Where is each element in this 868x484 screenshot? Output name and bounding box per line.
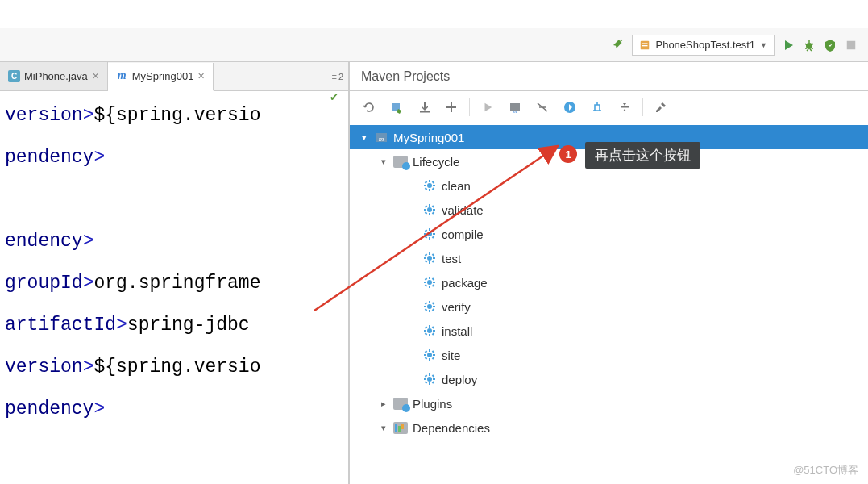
tab-label: MySpring001: [132, 70, 194, 82]
svg-rect-50: [424, 282, 426, 283]
tabs-overflow[interactable]: ≡ 2: [331, 72, 348, 81]
lifecycle-goal[interactable]: test: [350, 246, 868, 270]
code-line[interactable]: pendency>: [0, 136, 348, 178]
svg-rect-69: [433, 330, 435, 332]
debug-icon[interactable]: [802, 38, 816, 52]
svg-point-29: [427, 232, 432, 236]
lifecycle-goal[interactable]: verify: [350, 294, 868, 319]
gear-icon: [422, 178, 437, 193]
close-icon[interactable]: ✕: [92, 71, 99, 81]
lifecycle-goal[interactable]: deploy: [350, 367, 868, 391]
lifecycle-goal[interactable]: clean: [350, 173, 868, 198]
svg-rect-1: [642, 43, 648, 44]
gear-icon: [422, 202, 437, 217]
settings-icon[interactable]: [648, 94, 674, 120]
svg-rect-32: [424, 233, 426, 235]
svg-rect-58: [429, 310, 430, 312]
folder-icon: [393, 154, 408, 169]
tab-myspring001[interactable]: m MySpring001 ✕: [108, 63, 214, 91]
tab-count: 2: [338, 72, 343, 81]
svg-rect-80: [432, 350, 435, 353]
svg-rect-75: [429, 349, 430, 352]
svg-point-56: [427, 304, 432, 309]
svg-rect-35: [432, 229, 435, 232]
expand-icon[interactable]: ▾: [379, 156, 388, 167]
execute-maven-goal-icon[interactable]: m: [502, 94, 528, 120]
svg-rect-41: [424, 257, 426, 259]
svg-rect-54: [425, 284, 428, 287]
svg-rect-43: [425, 253, 428, 257]
add-icon[interactable]: [438, 94, 464, 120]
test-config-icon: [639, 40, 650, 51]
refresh-icon[interactable]: [356, 94, 382, 120]
code-line[interactable]: [0, 178, 348, 220]
svg-point-11: [427, 183, 432, 188]
code-line[interactable]: pendency>: [0, 388, 348, 430]
tab-miphone[interactable]: C MiPhone.java ✕: [0, 62, 108, 90]
gear-icon: [422, 251, 437, 265]
lifecycle-goal[interactable]: compile: [350, 222, 868, 246]
expand-icon[interactable]: ▾: [379, 423, 388, 433]
svg-rect-44: [432, 253, 435, 257]
goal-label: test: [442, 252, 461, 265]
editor-tabs: C MiPhone.java ✕ m MySpring001 ✕ ≡ 2: [0, 62, 348, 91]
code-line[interactable]: artifactId>spring-jdbc: [0, 304, 348, 346]
svg-rect-46: [432, 260, 435, 263]
svg-rect-12: [429, 180, 430, 182]
svg-rect-18: [425, 187, 428, 190]
run-configuration-selector[interactable]: PhoneShopTest.test1 ▼: [632, 35, 775, 56]
svg-point-65: [427, 328, 432, 333]
svg-rect-79: [425, 350, 428, 353]
code-line[interactable]: groupId>org.springframe: [0, 262, 348, 304]
svg-rect-62: [432, 302, 435, 305]
tree-root-label: MySpring001: [393, 131, 464, 144]
lifecycle-goal[interactable]: install: [350, 319, 868, 343]
svg-rect-64: [432, 308, 435, 311]
svg-rect-68: [424, 330, 426, 332]
stop-icon[interactable]: [844, 38, 858, 52]
tree-label: Dependencies: [413, 421, 490, 435]
skip-tests-icon[interactable]: [557, 94, 583, 120]
svg-point-3: [806, 43, 812, 49]
code-line[interactable]: endency>: [0, 220, 348, 262]
svg-point-47: [427, 280, 432, 285]
collapse-icon[interactable]: ▸: [379, 398, 388, 409]
svg-rect-28: [432, 211, 435, 215]
close-icon[interactable]: ✕: [197, 71, 205, 81]
svg-rect-15: [433, 185, 435, 186]
editor-body[interactable]: ✔ version>${spring.versiopendency> enden…: [0, 91, 348, 484]
svg-rect-81: [425, 357, 428, 360]
lifecycle-goal[interactable]: validate: [350, 198, 868, 222]
code-line[interactable]: version>${spring.versio: [0, 94, 348, 136]
svg-rect-24: [433, 209, 435, 211]
run-maven-icon[interactable]: [475, 94, 500, 120]
toggle-offline-icon[interactable]: [530, 94, 555, 120]
maven-tree[interactable]: ▾ m MySpring001 ▾ Lifecycle cleanvalidat…: [350, 123, 868, 484]
run-icon[interactable]: [781, 38, 795, 52]
coverage-icon[interactable]: [823, 38, 837, 52]
download-icon[interactable]: [411, 94, 437, 120]
tree-dependencies[interactable]: ▾ Dependencies: [350, 415, 868, 440]
svg-rect-33: [433, 233, 435, 235]
generate-sources-icon[interactable]: [384, 94, 409, 120]
collapse-all-icon[interactable]: [612, 94, 638, 120]
svg-point-74: [427, 353, 432, 357]
svg-rect-25: [425, 205, 428, 208]
lifecycle-goal[interactable]: site: [350, 343, 868, 367]
lifecycle-goal[interactable]: package: [350, 270, 868, 294]
svg-rect-89: [432, 374, 435, 378]
show-dependencies-icon[interactable]: [584, 94, 610, 120]
annotation-tooltip: 再点击这个按钮: [585, 142, 700, 169]
svg-point-20: [427, 207, 432, 212]
svg-rect-4: [847, 40, 856, 49]
gear-icon: [422, 348, 437, 362]
build-icon[interactable]: [611, 38, 625, 52]
svg-rect-71: [432, 326, 435, 329]
folder-icon: [393, 396, 408, 411]
expand-icon[interactable]: ▾: [359, 132, 369, 143]
code-line[interactable]: version>${spring.versio: [0, 346, 348, 388]
module-icon: m: [374, 130, 388, 144]
tree-plugins[interactable]: ▸ Plugins: [350, 391, 868, 415]
svg-rect-55: [432, 284, 435, 287]
svg-rect-36: [425, 236, 428, 239]
